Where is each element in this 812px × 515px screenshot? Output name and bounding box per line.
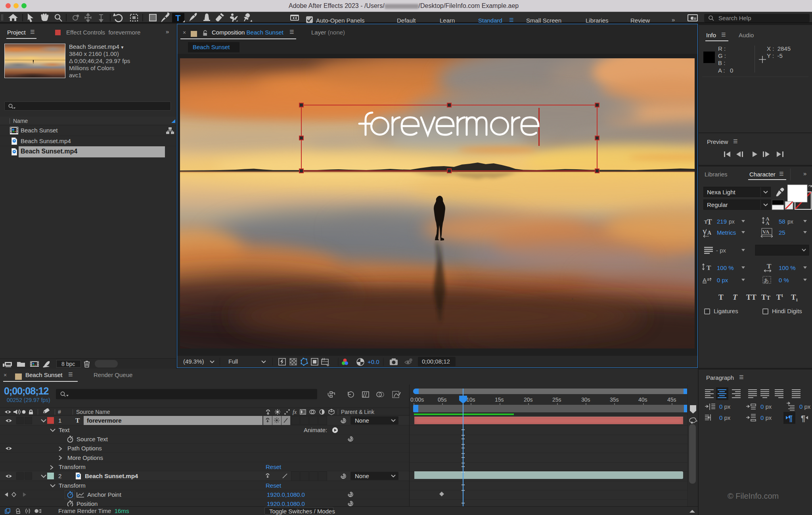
svg-text:A: A bbox=[707, 230, 712, 236]
svg-text:0 px: 0 px bbox=[719, 403, 731, 410]
svg-text:0 px: 0 px bbox=[760, 403, 772, 410]
svg-text:¶: ¶ bbox=[801, 414, 805, 423]
svg-text:+0.0: +0.0 bbox=[368, 358, 379, 365]
svg-text:px: px bbox=[787, 218, 793, 225]
svg-text:T: T bbox=[718, 293, 724, 301]
svg-text:1: 1 bbox=[781, 293, 783, 298]
svg-text:100 %: 100 % bbox=[717, 264, 734, 271]
svg-text:Metrics: Metrics bbox=[717, 229, 736, 236]
svg-text:0 px: 0 px bbox=[799, 403, 811, 410]
svg-text:25: 25 bbox=[779, 229, 785, 236]
svg-text:T: T bbox=[707, 218, 712, 226]
svg-text:0 px: 0 px bbox=[719, 414, 731, 421]
svg-text:A: A bbox=[703, 277, 707, 283]
svg-text:219: 219 bbox=[717, 218, 727, 225]
svg-text:100 %: 100 % bbox=[779, 264, 796, 271]
svg-text:T: T bbox=[707, 264, 711, 272]
svg-text:VA: VA bbox=[762, 229, 770, 235]
svg-text:px: px bbox=[729, 218, 735, 225]
svg-text:あ: あ bbox=[764, 278, 769, 283]
svg-text:0 px: 0 px bbox=[760, 414, 772, 421]
svg-text:T: T bbox=[175, 13, 181, 23]
svg-text:A: A bbox=[766, 220, 770, 226]
svg-text:fx: fx bbox=[293, 409, 297, 415]
svg-text:0 %: 0 % bbox=[779, 277, 789, 283]
svg-text:T: T bbox=[766, 295, 770, 301]
svg-text:¶: ¶ bbox=[788, 414, 793, 423]
svg-text:1: 1 bbox=[796, 297, 798, 302]
svg-text:T: T bbox=[733, 293, 738, 301]
svg-text:T: T bbox=[751, 293, 756, 301]
svg-text:- px: - px bbox=[716, 247, 726, 254]
svg-text:T: T bbox=[767, 262, 772, 270]
svg-text:T: T bbox=[746, 293, 751, 301]
svg-text:0 px: 0 px bbox=[717, 277, 728, 283]
svg-text:a: a bbox=[707, 277, 710, 281]
svg-text:58: 58 bbox=[779, 218, 785, 225]
svg-text:T: T bbox=[761, 293, 766, 301]
